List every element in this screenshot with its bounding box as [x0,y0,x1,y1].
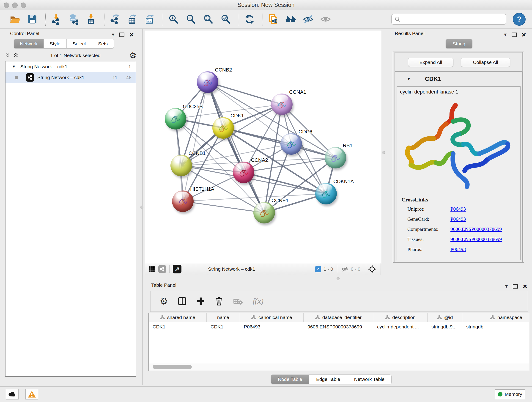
network-node-cdc25b[interactable] [165,108,186,129]
table-h-scrollbar[interactable] [149,363,529,370]
network-node-cdkn1a[interactable] [315,183,337,204]
panel-float-icon[interactable] [512,32,517,37]
protein-entry-header[interactable]: ▼ CDK1 [395,72,522,86]
hide-selected-icon[interactable] [302,13,314,26]
export-table-icon[interactable] [126,13,138,26]
crosslink-link[interactable]: P06493 [450,206,466,212]
gear-icon[interactable]: ⚙ [129,51,137,60]
table-cell[interactable]: stringdb:9... [428,322,462,332]
show-all-icon[interactable] [319,13,332,26]
column-header--id[interactable]: @id [428,313,462,322]
zoom-selected-icon[interactable] [220,13,232,26]
network-node-ccnb2[interactable] [197,71,218,93]
tab-select[interactable]: Select [67,39,92,48]
left-splitter-handle[interactable] [140,206,143,209]
export-network-icon[interactable] [109,13,121,26]
tab-network[interactable]: Network [14,39,44,48]
hidden-eye-icon[interactable] [341,266,348,272]
crosslink-link[interactable]: 9606.ENSP00000378699 [450,236,502,242]
help-button[interactable]: ? [513,13,526,26]
panel-menu-icon[interactable]: ▾ [504,32,507,38]
network-node-ccnb1[interactable] [171,155,192,176]
zoom-out-icon[interactable] [185,13,197,26]
network-node-cdc6[interactable] [280,133,302,155]
show-columns-icon[interactable] [177,297,187,306]
column-header-shared-name[interactable]: shared name [149,313,207,322]
column-header-database-identifier[interactable]: database identifier [304,313,373,322]
right-splitter-handle[interactable] [382,151,385,154]
bottom-splitter-handle[interactable] [336,277,340,280]
memory-button[interactable]: Memory [495,389,525,399]
import-network-database-icon[interactable] [67,13,80,26]
collapse-all-button[interactable]: Collapse All [461,58,510,67]
network-node-ccna1[interactable] [271,94,293,115]
table-row[interactable]: CDK1CDK1P064939606.ENSP00000378699cyclin… [149,322,529,332]
grid-view-icon[interactable] [149,266,155,272]
string-view-icon[interactable] [158,265,166,273]
refresh-layout-icon[interactable] [243,13,256,26]
table-cell[interactable]: cyclin-dependent ... [373,322,428,332]
panel-close-icon[interactable]: × [129,32,134,37]
toolbar-separator [263,13,263,26]
export-image-icon[interactable] [143,13,156,26]
duplicate-network-icon[interactable] [267,13,279,26]
table-cell[interactable]: stringdb [462,322,529,332]
tab-style[interactable]: Style [44,39,67,48]
table-settings-icon[interactable]: ⚙ [160,297,168,306]
expand-all-button[interactable]: Expand All [408,58,453,67]
search-input[interactable] [402,15,506,24]
network-node-hist1h1a[interactable] [172,191,194,212]
tab-sets[interactable]: Sets [92,39,114,48]
tab-edge-table[interactable]: Edge Table [309,375,347,384]
tab-node-table[interactable]: Node Table [271,375,309,384]
column-header-description[interactable]: description [373,313,428,322]
node-label-cdk1: CDK1 [230,113,244,119]
network-node-cdk1[interactable] [212,117,234,139]
add-column-icon[interactable] [196,297,205,306]
tab-network-table[interactable]: Network Table [347,375,392,384]
collapse-all-icon[interactable] [5,53,10,58]
import-network-file-icon[interactable] [50,13,62,26]
scrollbar-thumb[interactable] [153,365,192,369]
tab-string[interactable]: String [446,39,472,48]
panel-menu-icon[interactable]: ▾ [505,283,508,289]
network-node-ccne1[interactable] [253,202,275,223]
network-node-ccna2[interactable] [233,162,254,183]
panel-close-icon[interactable]: × [523,284,527,288]
table-cell[interactable]: 9606.ENSP00000378699 [304,322,373,332]
network-canvas[interactable]: CCNB2CCNA1CDC25BCDK1CDC6RB1CCNB1CCNA2CDK… [145,31,381,264]
function-builder-icon[interactable]: f(x) [253,297,264,306]
crosslink-link[interactable]: P06493 [450,216,466,222]
expand-all-icon[interactable] [13,53,18,58]
crosshair-icon[interactable] [368,265,376,274]
column-header-name[interactable]: name [207,313,240,322]
warning-button[interactable] [25,389,38,400]
delete-column-icon[interactable] [215,297,223,306]
first-neighbors-icon[interactable] [285,13,297,26]
zoom-in-icon[interactable] [167,13,180,26]
table-cell[interactable]: CDK1 [149,322,207,332]
cloud-button[interactable] [6,389,19,400]
table-cell[interactable]: CDK1 [207,322,240,332]
crosslink-link[interactable]: 9606.ENSP00000378699 [450,226,502,232]
column-header-namespace[interactable]: namespace [462,313,529,322]
crosslink-link[interactable]: P06493 [450,246,466,252]
entry-expand-icon[interactable]: ▼ [407,77,411,81]
delete-table-icon[interactable] [233,297,243,305]
open-session-icon[interactable] [9,13,21,26]
network-node-rb1[interactable] [325,147,346,168]
birds-eye-view-icon[interactable]: ↗ [173,265,181,274]
network-row[interactable]: String Network – cdk1 11 48 [6,72,136,83]
panel-float-icon[interactable] [513,284,518,288]
selected-checkbox-icon[interactable]: ✓ [315,266,321,272]
collection-expand-icon[interactable]: ▼ [12,64,16,69]
network-collection-row[interactable]: ▼ String Network – cdk1 1 [6,61,136,72]
import-table-icon[interactable] [85,13,97,26]
zoom-fit-icon[interactable] [202,13,215,26]
column-header-canonical-name[interactable]: canonical name [240,313,304,322]
panel-float-icon[interactable] [119,32,124,37]
panel-close-icon[interactable]: × [522,32,526,37]
save-session-icon[interactable] [26,13,38,26]
panel-menu-icon[interactable]: ▾ [112,32,114,38]
table-cell[interactable]: P06493 [240,322,304,332]
